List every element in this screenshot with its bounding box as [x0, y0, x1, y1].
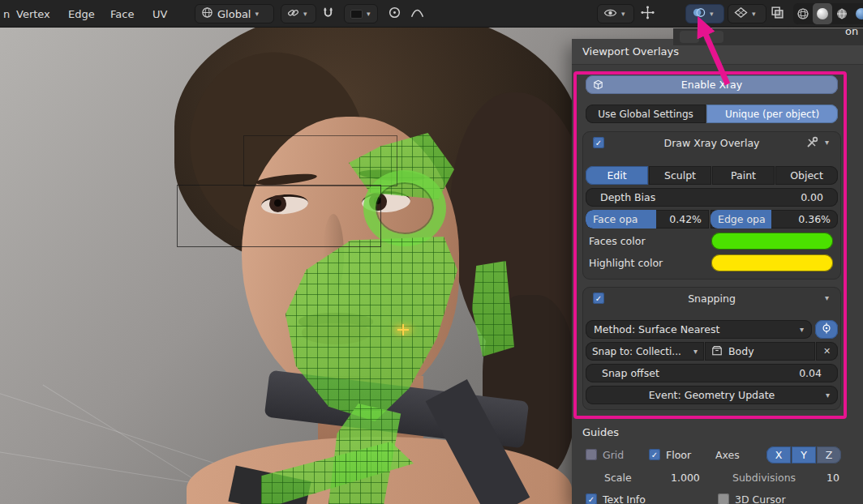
tab-edit[interactable]: Edit [586, 166, 648, 185]
orientation-label: Global [217, 8, 251, 20]
snap-to-value: Body [728, 345, 754, 357]
face-opacity-value: 0.42% [669, 213, 702, 225]
plane-grid-icon [734, 6, 748, 21]
highlight-color-swatch[interactable] [711, 254, 833, 271]
unique-per-object-label: Unique (per object) [725, 109, 819, 120]
selection-box-eyes [177, 185, 381, 247]
edge-opacity-value: 0.36% [798, 213, 831, 225]
snap-to-clear-button[interactable]: ✕ [816, 342, 838, 361]
secondary-toolbar: on [673, 28, 863, 45]
check-icon: ✓ [588, 495, 595, 504]
shading-material-icon[interactable] [832, 3, 852, 24]
visibility-dropdown[interactable]: ▾ [597, 4, 634, 23]
chevron-down-icon: ▾ [303, 11, 307, 18]
tab-paint[interactable]: Paint [712, 166, 775, 185]
face-opacity-slider[interactable]: Face opa 0.42% [586, 210, 709, 229]
tool-wrench-icon[interactable] [805, 136, 818, 152]
snap-event-dropdown[interactable]: Event: Geometry Update ▾ [586, 386, 838, 404]
text-info-checkbox[interactable]: ✓ [586, 493, 597, 504]
falloff-curve-icon[interactable] [410, 6, 424, 19]
axis-z-toggle[interactable]: Z [817, 446, 841, 463]
specular-glint-v [402, 324, 404, 335]
transform-orientation-dropdown[interactable]: Global ▾ [195, 4, 274, 23]
text-info-label: Text Info [603, 490, 646, 504]
link-icon [287, 6, 299, 21]
cursor-3d-checkbox[interactable] [718, 493, 729, 504]
gizmo-icon[interactable] [641, 6, 655, 19]
subdivisions-value[interactable]: 10 [827, 468, 839, 487]
blender-screen: n Vertex Edge Face UV Global ▾ ▾ ▾ [0, 0, 863, 504]
overlays-dropdown[interactable]: ▾ [685, 4, 724, 23]
face-opacity-label: Face opa [593, 213, 638, 225]
edge-opacity-slider[interactable]: Edge opa 0.36% [711, 210, 838, 229]
color-swatch-icon [350, 10, 363, 19]
subdivisions-label: Subdivisions [732, 468, 796, 487]
floor-checkbox[interactable]: ✓ [649, 449, 660, 460]
proportional-edit-icon[interactable] [388, 6, 401, 19]
snap-method-dropdown[interactable]: Method: Surface Nearest ▾ [586, 320, 812, 339]
viewport-overlays-panel: Viewport Overlays Enable Xray Use Global… [572, 39, 863, 504]
eye-icon [603, 7, 617, 21]
panel-title: Viewport Overlays [582, 45, 679, 58]
shading-wireframe-icon[interactable] [793, 3, 813, 24]
snapping-header[interactable]: Snapping [572, 289, 852, 308]
faces-color-label: Faces color [589, 232, 646, 250]
use-global-settings-label: Use Global Settings [598, 109, 693, 120]
grid-checkbox[interactable] [586, 449, 597, 460]
snap-magnet-icon[interactable] [321, 6, 335, 19]
depth-bias-value: 0.00 [801, 191, 823, 203]
tab-sculpt[interactable]: Sculpt [649, 166, 711, 185]
highlight-color-label: Highlight color [589, 254, 663, 272]
snap-method-label: Method: Surface Nearest [594, 323, 719, 335]
cube-icon [592, 79, 604, 93]
axes-label: Axes [715, 446, 740, 464]
mini-button[interactable] [704, 31, 723, 43]
axis-x-toggle[interactable]: X [766, 446, 791, 463]
scale-value[interactable]: 1.000 [671, 468, 700, 487]
menu-uv[interactable]: UV [149, 0, 170, 28]
xray-toggle-icon[interactable] [771, 6, 784, 19]
snap-settings-button[interactable] [815, 320, 838, 339]
depth-bias-slider[interactable]: Depth Bias 0.00 [586, 188, 838, 207]
chevron-down-icon: ▾ [800, 326, 804, 334]
menu-edge[interactable]: Edge [65, 0, 98, 28]
scale-label: Scale [604, 468, 632, 487]
snap-event-label: Event: Geometry Update [649, 389, 775, 401]
gradient-color-dropdown[interactable]: ▾ [344, 4, 378, 23]
snap-to-object-field[interactable]: Body [705, 342, 815, 361]
tab-object[interactable]: Object [775, 166, 838, 185]
grid-label: Grid [603, 446, 624, 464]
chevron-down-icon: ▾ [621, 11, 625, 18]
unique-per-object-button[interactable]: Unique (per object) [706, 105, 838, 123]
floor-label: Floor [666, 446, 691, 464]
enable-xray-label: Enable Xray [681, 79, 742, 91]
check-icon: ✓ [651, 451, 658, 459]
gizmos-dropdown[interactable]: ▾ [728, 4, 766, 23]
enable-xray-button[interactable]: Enable Xray [586, 75, 838, 94]
use-global-settings-button[interactable]: Use Global Settings [586, 105, 706, 123]
faces-color-swatch[interactable] [711, 233, 833, 250]
shading-solid-icon[interactable] [813, 3, 832, 24]
menu-vertex[interactable]: Vertex [13, 0, 54, 28]
global-orientation-icon [201, 6, 213, 21]
menu-fragment: n [0, 0, 13, 28]
cursor-3d-label: 3D Cursor [735, 490, 786, 504]
axis-y-toggle[interactable]: Y [792, 446, 816, 463]
menu-face[interactable]: Face [107, 0, 137, 28]
snap-target-dropdown[interactable]: ▾ [281, 4, 316, 23]
chevron-down-icon[interactable]: ▾ [825, 139, 829, 147]
shading-rendered-icon[interactable] [852, 3, 863, 24]
snap-offset-slider[interactable]: Snap offset 0.04 [586, 364, 838, 382]
snap-offset-value: 0.04 [799, 367, 822, 379]
header-toolbar: n Vertex Edge Face UV Global ▾ ▾ ▾ [0, 0, 863, 28]
chevron-down-icon: ▾ [710, 11, 714, 18]
chevron-down-icon: ▾ [693, 348, 698, 356]
chevron-down-icon: ▾ [367, 11, 371, 18]
snap-to-dropdown[interactable]: Snap to: Collecti... ▾ [586, 342, 704, 361]
mini-button[interactable] [680, 31, 699, 43]
guides-title: Guides [582, 426, 619, 438]
chevron-down-icon[interactable]: ▾ [825, 294, 829, 302]
collection-box-icon [711, 345, 723, 358]
overlays-icon [692, 6, 706, 21]
snap-to-label: Snap to: Collecti... [592, 346, 681, 357]
